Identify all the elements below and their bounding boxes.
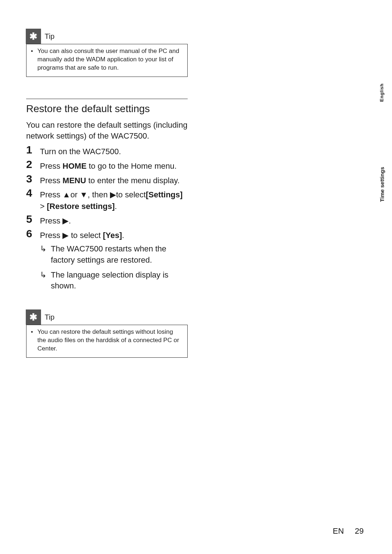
step-5-body: Press ▶. (40, 214, 188, 227)
asterisk-icon: ✱ (26, 29, 41, 44)
tip-box-2: ✱ Tip • You can restore the default sett… (26, 310, 188, 358)
tip-box-1: ✱ Tip • You can also consult the user ma… (26, 29, 188, 77)
tip-2-body: • You can restore the default settings w… (26, 325, 187, 357)
side-tab-language: English (379, 83, 384, 102)
step-4: 4 Press ▲or ▼, then ▶to select[Settings]… (26, 188, 188, 212)
asterisk-icon: ✱ (26, 309, 41, 325)
step-4-pre: Press ▲or ▼, then ▶to select (40, 190, 146, 199)
step-2-bold: HOME (62, 161, 86, 171)
bullet-dot-icon: • (31, 47, 37, 72)
tip-2-bullet: • You can restore the default settings w… (31, 328, 183, 353)
tip-1-text: You can also consult the user manual of … (37, 47, 183, 72)
steps-list: 1 Turn on the WAC7500. 2 Press HOME to g… (26, 144, 188, 295)
step-3-bold: MENU (62, 176, 86, 185)
footer-lang-code: EN (333, 526, 344, 535)
tip-1-bullet: • You can also consult the user manual o… (31, 47, 183, 72)
step-1-body: Turn on the WAC7500. (40, 144, 188, 157)
step-6-results: ↳ The WAC7500 restarts when the factory … (40, 243, 188, 292)
step-6-num: 6 (26, 228, 40, 295)
step-4-post: . (115, 202, 117, 211)
step-3: 3 Press MENU to enter the menu display. (26, 173, 188, 186)
step-6-body: Press ▶ to select [Yes]. ↳ The WAC7500 r… (40, 228, 188, 295)
step-2-pre: Press (40, 161, 62, 171)
step-6-result-2: ↳ The language selection display is show… (40, 270, 188, 292)
page-footer: EN 29 (333, 526, 364, 536)
result-arrow-icon: ↳ (40, 243, 51, 266)
step-4-mid: > (40, 202, 47, 211)
step-1: 1 Turn on the WAC7500. (26, 144, 188, 157)
tip-1-body: • You can also consult the user manual o… (26, 44, 187, 77)
step-5-num: 5 (26, 214, 40, 227)
step-4-bold1: [Settings] (146, 190, 183, 199)
tip-2-text: You can restore the default settings wit… (37, 328, 183, 353)
bullet-dot-icon: • (31, 328, 37, 353)
section-heading: Restore the default settings (26, 103, 188, 115)
step-6-pre: Press ▶ to select (40, 231, 103, 240)
step-6-bold: [Yes] (103, 231, 122, 240)
step-6-result-2-text: The language selection display is shown. (51, 270, 188, 292)
tip-2-label: Tip (41, 313, 54, 321)
result-arrow-icon: ↳ (40, 270, 51, 292)
side-tab-chapter: Time settings (379, 167, 385, 202)
section-intro: You can restore the default settings (in… (26, 120, 188, 141)
step-4-num: 4 (26, 188, 40, 212)
step-2-num: 2 (26, 159, 40, 172)
main-column: ✱ Tip • You can also consult the user ma… (26, 29, 188, 358)
tip-1-label: Tip (41, 32, 54, 41)
step-4-body: Press ▲or ▼, then ▶to select[Settings] >… (40, 188, 188, 212)
tip-1-header: ✱ Tip (26, 29, 188, 44)
step-3-pre: Press (40, 176, 62, 185)
step-3-num: 3 (26, 173, 40, 186)
step-2-body: Press HOME to go to the Home menu. (40, 159, 188, 172)
step-2: 2 Press HOME to go to the Home menu. (26, 159, 188, 172)
section-rule (26, 99, 188, 99)
step-6-result-1: ↳ The WAC7500 restarts when the factory … (40, 243, 188, 266)
tip-2-header: ✱ Tip (26, 310, 188, 325)
step-6-post: . (122, 231, 124, 240)
step-2-post: to go to the Home menu. (86, 161, 176, 171)
footer-page-number: 29 (355, 526, 364, 535)
step-3-body: Press MENU to enter the menu display. (40, 173, 188, 186)
step-6: 6 Press ▶ to select [Yes]. ↳ The WAC7500… (26, 228, 188, 295)
page-root: English Time settings ✱ Tip • You can al… (0, 0, 392, 554)
step-3-post: to enter the menu display. (86, 176, 180, 185)
section-restore: Restore the default settings You can res… (26, 99, 188, 295)
step-1-num: 1 (26, 144, 40, 157)
step-5: 5 Press ▶. (26, 214, 188, 227)
step-4-bold2: [Restore settings] (47, 202, 115, 211)
step-6-result-1-text: The WAC7500 restarts when the factory se… (51, 243, 188, 266)
